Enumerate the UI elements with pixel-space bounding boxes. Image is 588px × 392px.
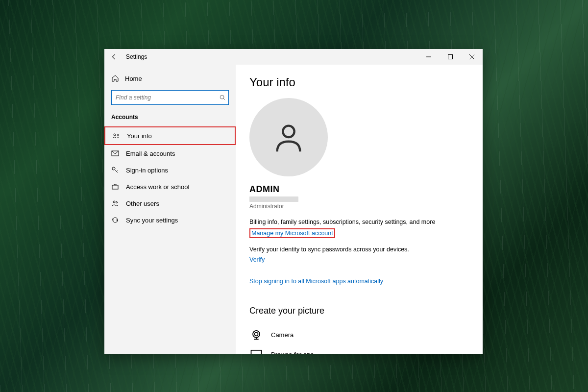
username: ADMIN — [249, 184, 469, 195]
verify-link[interactable]: Verify — [249, 256, 265, 263]
window-title: Settings — [126, 53, 147, 60]
sidebar-item-label: Sync your settings — [126, 217, 178, 224]
person-card-icon — [112, 132, 120, 140]
close-icon — [469, 54, 474, 59]
svg-point-15 — [113, 201, 115, 203]
content-area: Your info ADMIN Administrator Billing in… — [236, 65, 483, 354]
browse-icon — [249, 347, 263, 354]
redacted-email — [249, 196, 298, 202]
search-icon — [219, 94, 226, 101]
search-input[interactable] — [111, 90, 229, 105]
sidebar-item-other-users[interactable]: Other users — [104, 195, 236, 212]
svg-rect-20 — [251, 350, 262, 354]
camera-icon — [249, 328, 263, 342]
billing-description: Billing info, family settings, subscript… — [249, 219, 469, 225]
maximize-icon — [448, 54, 453, 59]
svg-point-16 — [116, 202, 118, 203]
svg-rect-1 — [448, 55, 453, 59]
camera-label: Camera — [271, 331, 294, 339]
manage-account-link[interactable]: Manage my Microsoft account — [249, 228, 335, 238]
sidebar-item-email-accounts[interactable]: Email & accounts — [104, 145, 236, 162]
svg-point-18 — [253, 331, 260, 338]
sidebar-item-label: Email & accounts — [126, 150, 175, 157]
svg-point-4 — [220, 95, 224, 99]
briefcase-icon — [111, 183, 119, 191]
sidebar-section-label: Accounts — [104, 112, 236, 126]
window-controls — [418, 49, 483, 65]
sidebar-item-label: Your info — [127, 132, 152, 140]
sidebar-item-sync-settings[interactable]: Sync your settings — [104, 212, 236, 228]
user-avatar — [249, 98, 328, 176]
person-icon — [271, 120, 306, 154]
people-icon — [111, 199, 119, 207]
camera-option[interactable]: Camera — [249, 325, 469, 344]
svg-line-5 — [223, 98, 225, 100]
sidebar: Home Accounts Your info Email & accounts — [104, 65, 236, 354]
titlebar: Settings — [104, 49, 483, 65]
browse-option[interactable]: Browse for one — [249, 344, 469, 354]
svg-rect-14 — [112, 185, 118, 189]
svg-point-19 — [255, 332, 258, 336]
search-container — [111, 90, 229, 105]
close-button[interactable] — [461, 49, 483, 65]
sidebar-item-access-work-school[interactable]: Access work or school — [104, 178, 236, 195]
arrow-left-icon — [111, 53, 118, 60]
sidebar-home[interactable]: Home — [104, 72, 236, 85]
sidebar-item-label: Other users — [126, 200, 159, 207]
page-title: Your info — [249, 75, 469, 89]
back-button[interactable] — [104, 49, 124, 65]
picture-heading: Create your picture — [249, 306, 469, 316]
sidebar-item-your-info[interactable]: Your info — [104, 126, 236, 145]
minimize-button[interactable] — [418, 49, 440, 65]
sidebar-home-label: Home — [125, 75, 142, 82]
key-icon — [111, 166, 119, 174]
minimize-icon — [426, 54, 431, 59]
verify-description: Verify your identity to sync passwords a… — [249, 246, 469, 253]
maximize-button[interactable] — [440, 49, 461, 65]
browse-label: Browse for one — [271, 351, 314, 354]
svg-point-6 — [114, 134, 116, 136]
home-icon — [111, 74, 119, 82]
sidebar-item-label: Sign-in options — [126, 167, 168, 174]
settings-window: Settings Home Acco — [104, 49, 483, 354]
sidebar-item-signin-options[interactable]: Sign-in options — [104, 162, 236, 178]
sync-icon — [111, 216, 119, 224]
mail-icon — [111, 149, 119, 157]
window-body: Home Accounts Your info Email & accounts — [104, 65, 483, 354]
svg-point-17 — [283, 126, 294, 137]
user-role: Administrator — [249, 203, 469, 210]
svg-line-13 — [117, 171, 118, 172]
sidebar-item-label: Access work or school — [126, 183, 189, 191]
stop-signing-link[interactable]: Stop signing in to all Microsoft apps au… — [249, 278, 383, 285]
